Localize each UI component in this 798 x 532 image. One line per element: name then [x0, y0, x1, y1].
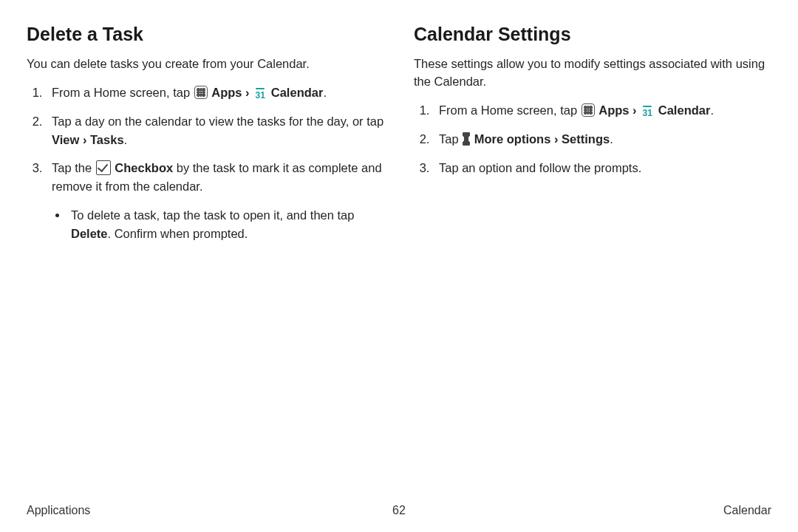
- more-options-icon: [463, 132, 470, 146]
- calendar-icon: [253, 89, 267, 102]
- step-3-left: Tap the Checkbox by the task to mark it …: [46, 159, 384, 242]
- step-3-right: Tap an option and follow the prompts.: [433, 159, 771, 177]
- footer-topic: Calendar: [723, 504, 771, 517]
- steps-left: From a Home screen, tap Apps › Calendar.…: [27, 83, 384, 243]
- page-footer: Applications 62 Calendar: [27, 504, 771, 517]
- right-column: Calendar Settings These settings allow y…: [414, 24, 771, 253]
- intro-right: These settings allow you to modify setti…: [414, 55, 771, 91]
- calendar-icon: [641, 106, 654, 120]
- substeps-left: To delete a task, tap the task to open i…: [52, 206, 384, 243]
- footer-section: Applications: [27, 504, 90, 517]
- substep-delete: To delete a task, tap the task to open i…: [68, 206, 384, 243]
- step-2-right: Tap More options › Settings.: [433, 130, 771, 149]
- apps-icon: [582, 103, 595, 117]
- intro-left: You can delete tasks you create from you…: [27, 55, 384, 73]
- page-number: 62: [392, 504, 406, 517]
- heading-calendar-settings: Calendar Settings: [414, 24, 771, 45]
- apps-icon: [194, 86, 208, 99]
- step-2-left: Tap a day on the calendar to view the ta…: [46, 112, 384, 149]
- steps-right: From a Home screen, tap Apps › Calendar.…: [414, 101, 771, 177]
- heading-delete-task: Delete a Task: [27, 24, 384, 45]
- left-column: Delete a Task You can delete tasks you c…: [27, 24, 384, 253]
- step-1-right: From a Home screen, tap Apps › Calendar.: [433, 101, 771, 120]
- step-1-left: From a Home screen, tap Apps › Calendar.: [46, 83, 384, 102]
- checkbox-icon: [96, 160, 111, 175]
